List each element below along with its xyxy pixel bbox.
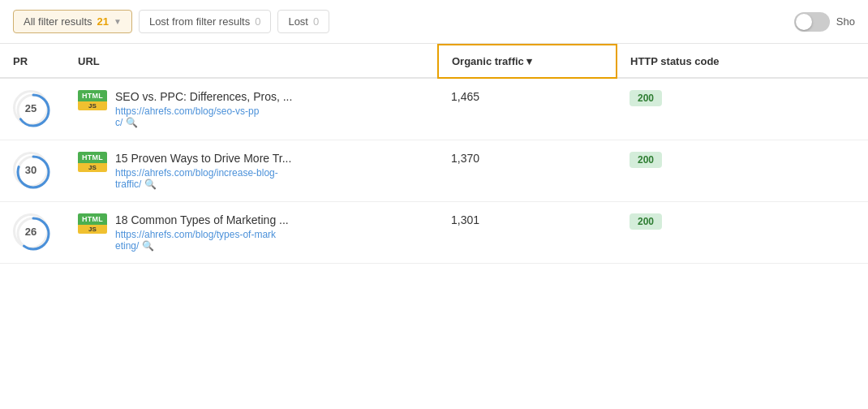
pr-cell-0: 25 xyxy=(0,78,65,140)
show-toggle[interactable] xyxy=(794,12,830,32)
lost-label: Lost xyxy=(288,15,308,28)
html-badge-2: HTML xyxy=(78,213,107,225)
search-icon-0[interactable]: 🔍 xyxy=(126,117,138,128)
traffic-value-2: 1,301 xyxy=(451,213,479,226)
url-cell-2: HTML JS 18 Common Types of Marketing ...… xyxy=(65,202,438,264)
pr-circle-1: 30 xyxy=(13,152,49,187)
url-cell-1: HTML JS 15 Proven Ways to Drive More Tr.… xyxy=(65,140,438,202)
pr-cell-2: 26 xyxy=(0,202,65,264)
url-content-2: 18 Common Types of Marketing ... https:/… xyxy=(115,213,289,252)
pr-circle-0: 25 xyxy=(13,90,49,126)
file-type-icon-0: HTML JS xyxy=(78,90,107,110)
traffic-value-1: 1,370 xyxy=(451,152,479,165)
url-cell-0: HTML JS SEO vs. PPC: Differences, Pros, … xyxy=(65,78,438,140)
file-type-icon-2: HTML JS xyxy=(78,213,107,234)
pr-progress-ring-0 xyxy=(13,90,54,131)
url-content-0: SEO vs. PPC: Differences, Pros, ... http… xyxy=(115,90,292,128)
page-url-0[interactable]: https://ahrefs.com/blog/seo-vs-ppc/ 🔍 xyxy=(115,105,292,128)
lost-filter-count: 0 xyxy=(255,15,260,28)
pr-progress-ring-1 xyxy=(13,152,54,192)
page-title-0: SEO vs. PPC: Differences, Pros, ... xyxy=(115,90,292,103)
js-badge-0: JS xyxy=(78,101,107,110)
table-row: 30 HTML JS 15 Proven Ways to Drive More … xyxy=(0,140,868,202)
page-url-1[interactable]: https://ahrefs.com/blog/increase-blog-tr… xyxy=(115,167,291,190)
url-content-1: 15 Proven Ways to Drive More Tr... https… xyxy=(115,152,291,190)
show-label: Sho xyxy=(836,15,855,28)
table-header-row: PR URL Organic traffic ▾ HTTP status cod… xyxy=(0,45,868,78)
status-badge-2: 200 xyxy=(630,213,662,230)
js-badge-1: JS xyxy=(78,163,107,172)
page-title-2: 18 Common Types of Marketing ... xyxy=(115,213,289,226)
col-header-pr: PR xyxy=(0,45,65,78)
status-badge-1: 200 xyxy=(630,152,662,168)
toggle-area: Sho xyxy=(794,12,855,32)
all-filter-label: All filter results xyxy=(24,15,92,28)
lost-from-filter-button[interactable]: Lost from filter results 0 xyxy=(139,10,272,33)
page-url-2[interactable]: https://ahrefs.com/blog/types-of-marketi… xyxy=(115,229,289,252)
chevron-down-icon: ▼ xyxy=(114,17,122,26)
url-cell-inner-0: HTML JS SEO vs. PPC: Differences, Pros, … xyxy=(78,90,425,128)
traffic-value-0: 1,465 xyxy=(451,90,479,103)
col-header-http-status: HTTP status code xyxy=(617,45,868,78)
status-cell-1: 200 xyxy=(617,140,868,202)
pr-cell-1: 30 xyxy=(0,140,65,202)
col-header-url: URL xyxy=(65,45,438,78)
traffic-cell-0: 1,465 xyxy=(438,78,617,140)
page-title-1: 15 Proven Ways to Drive More Tr... xyxy=(115,152,291,165)
lost-filter-label: Lost from filter results xyxy=(149,15,250,28)
status-badge-0: 200 xyxy=(630,90,662,106)
table-row: 25 HTML JS SEO vs. PPC: Differences, Pro… xyxy=(0,78,868,140)
js-badge-2: JS xyxy=(78,225,107,234)
lost-count: 0 xyxy=(313,15,319,28)
sort-icon: ▾ xyxy=(526,55,532,67)
url-cell-inner-2: HTML JS 18 Common Types of Marketing ...… xyxy=(78,213,425,252)
html-badge-0: HTML xyxy=(78,90,107,101)
pr-progress-ring-2 xyxy=(13,213,54,254)
status-cell-2: 200 xyxy=(617,202,868,264)
traffic-cell-1: 1,370 xyxy=(438,140,617,202)
col-header-organic-traffic[interactable]: Organic traffic ▾ xyxy=(438,45,617,78)
status-cell-0: 200 xyxy=(617,78,868,140)
file-type-icon-1: HTML JS xyxy=(78,152,107,172)
toolbar: All filter results 21 ▼ Lost from filter… xyxy=(0,0,868,44)
url-cell-inner-1: HTML JS 15 Proven Ways to Drive More Tr.… xyxy=(78,152,425,190)
results-table: PR URL Organic traffic ▾ HTTP status cod… xyxy=(0,44,868,264)
search-icon-1[interactable]: 🔍 xyxy=(144,179,157,190)
pr-circle-2: 26 xyxy=(13,213,49,249)
all-filter-button[interactable]: All filter results 21 ▼ xyxy=(13,10,132,33)
html-badge-1: HTML xyxy=(78,152,107,163)
table-row: 26 HTML JS 18 Common Types of Marketing … xyxy=(0,202,868,264)
all-filter-count: 21 xyxy=(97,15,109,28)
traffic-cell-2: 1,301 xyxy=(438,202,617,264)
lost-button[interactable]: Lost 0 xyxy=(277,10,329,33)
search-icon-2[interactable]: 🔍 xyxy=(142,240,154,252)
